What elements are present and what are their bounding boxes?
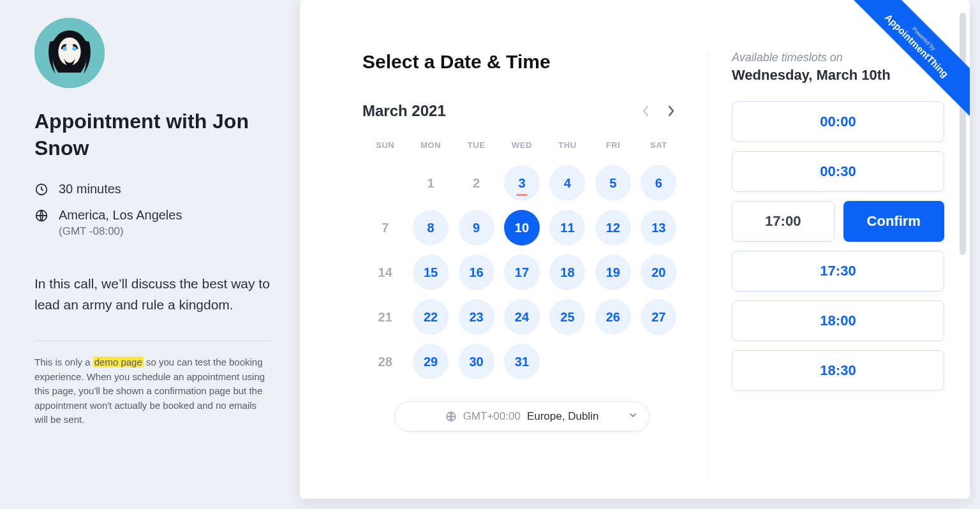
calendar-day[interactable]: 13	[641, 210, 676, 246]
calendar-day[interactable]: 10	[504, 210, 540, 246]
divider	[34, 341, 271, 341]
dow-label: MON	[408, 140, 453, 156]
selected-date-label: Wednesday, March 10th	[732, 67, 944, 84]
scrollbar[interactable]	[960, 13, 966, 255]
timeslot[interactable]: 00:00	[732, 101, 944, 142]
calendar-day: 1	[413, 165, 449, 201]
calendar-day[interactable]: 29	[413, 344, 449, 380]
dow-label: SAT	[636, 140, 681, 156]
calendar-day[interactable]: 16	[459, 255, 494, 290]
dow-label: SUN	[362, 140, 408, 156]
calendar-day[interactable]: 18	[549, 255, 585, 290]
calendar-day[interactable]: 19	[595, 255, 631, 290]
host-avatar	[34, 18, 105, 88]
panel-title: Select a Date & Time	[362, 51, 681, 73]
confirm-button[interactable]: Confirm	[843, 201, 945, 242]
sidebar: Appointment with Jon Snow 30 minutes Ame…	[0, 0, 293, 509]
timezone-value: America, Los Angeles	[59, 208, 182, 223]
calendar-day[interactable]: 31	[504, 344, 540, 380]
gmt-offset: (GMT -08:00)	[59, 225, 271, 238]
calendar-day[interactable]: 24	[504, 299, 540, 335]
calendar-day: 21	[368, 299, 403, 335]
demo-highlight: demo page	[93, 357, 144, 367]
svg-point-1	[63, 47, 67, 51]
calendar-day[interactable]: 4	[549, 165, 585, 201]
booking-card: Powered by AppointmentThing Select a Dat…	[300, 0, 970, 499]
chevron-left-icon	[642, 105, 650, 117]
globe-icon	[445, 411, 457, 422]
appointment-title: Appointment with Jon Snow	[34, 108, 271, 161]
timeslot[interactable]: 00:30	[732, 151, 944, 192]
calendar-day[interactable]: 30	[459, 344, 494, 380]
calendar-day[interactable]: 6	[641, 165, 676, 201]
calendar-day[interactable]: 23	[459, 299, 494, 335]
calendar-day[interactable]: 25	[549, 299, 585, 335]
timezone-row: America, Los Angeles	[34, 208, 271, 223]
timeslot[interactable]: 18:30	[732, 350, 944, 391]
calendar-day[interactable]: 17	[504, 255, 540, 290]
appointment-description: In this call, we’ll discuss the best way…	[34, 274, 271, 315]
chevron-down-icon	[628, 410, 637, 423]
calendar-day[interactable]: 11	[549, 210, 585, 246]
calendar-day: 2	[459, 165, 494, 201]
calendar-day: 14	[368, 255, 403, 290]
calendar-day[interactable]: 3	[504, 165, 540, 201]
timezone-prefix: GMT+00:00	[463, 410, 521, 423]
calendar-day[interactable]: 26	[595, 299, 631, 335]
calendar-day[interactable]: 12	[595, 210, 631, 246]
globe-icon	[34, 209, 48, 223]
calendar-day[interactable]: 20	[641, 255, 676, 290]
dow-label: WED	[499, 140, 544, 156]
clock-icon	[34, 182, 48, 196]
prev-month-button[interactable]	[635, 101, 656, 121]
demo-disclaimer: This is only a demo page so you can test…	[34, 355, 271, 427]
duration-row: 30 minutes	[34, 182, 271, 196]
duration-value: 30 minutes	[59, 182, 121, 196]
timeslot-selected[interactable]: 17:00	[732, 201, 835, 242]
calendar-day[interactable]: 8	[413, 210, 449, 246]
timeslot[interactable]: 18:00	[732, 300, 944, 341]
calendar-month: March 2021	[362, 102, 446, 120]
dow-label: THU	[545, 140, 590, 156]
svg-point-2	[72, 47, 77, 51]
calendar-day[interactable]: 27	[641, 299, 676, 335]
timeslots-panel: Available timeslots on Wednesday, March …	[707, 51, 944, 480]
chevron-right-icon	[667, 105, 675, 117]
calendar-day[interactable]: 22	[413, 299, 449, 335]
calendar-day: 7	[368, 210, 403, 246]
next-month-button[interactable]	[661, 101, 681, 121]
calendar-day[interactable]: 9	[459, 210, 494, 246]
calendar-grid: SUNMONTUEWEDTHUFRISAT1234567891011121314…	[362, 140, 681, 380]
calendar-day: 28	[368, 344, 403, 380]
timeslot-list: 00:0000:3017:00Confirm17:3018:0018:30	[732, 101, 944, 391]
calendar-panel: Select a Date & Time March 2021 SUNMONTU…	[362, 51, 681, 480]
dow-label: FRI	[590, 140, 635, 156]
calendar-day[interactable]: 5	[595, 165, 631, 201]
dow-label: TUE	[454, 140, 499, 156]
timeslot[interactable]: 17:30	[732, 251, 944, 291]
calendar-day[interactable]: 15	[413, 255, 449, 290]
timezone-selector[interactable]: GMT+00:00 Europe, Dublin	[394, 401, 650, 432]
timezone-label: Europe, Dublin	[527, 410, 598, 423]
